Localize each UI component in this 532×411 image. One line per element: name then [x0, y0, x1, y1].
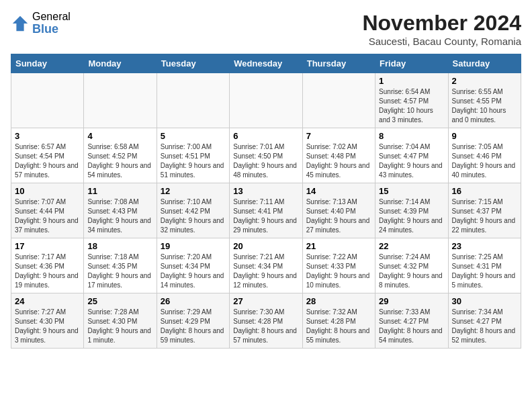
header-cell-saturday: Saturday [448, 54, 521, 73]
header-cell-monday: Monday [84, 54, 157, 73]
day-info: Sunrise: 7:04 AM Sunset: 4:47 PM Dayligh… [379, 142, 444, 180]
day-number: 17 [15, 241, 80, 251]
day-number: 10 [15, 186, 80, 196]
day-number: 27 [233, 296, 298, 306]
day-info: Sunrise: 7:02 AM Sunset: 4:48 PM Dayligh… [306, 142, 371, 180]
page-header: General Blue November 2024 Saucesti, Bac… [11, 11, 521, 47]
day-number: 4 [87, 131, 152, 141]
day-number: 25 [87, 296, 152, 306]
logo-general: General [32, 11, 71, 23]
header-cell-friday: Friday [375, 54, 448, 73]
day-number: 15 [379, 186, 444, 196]
day-cell: 18Sunrise: 7:18 AM Sunset: 4:35 PM Dayli… [84, 238, 157, 293]
day-cell: 26Sunrise: 7:29 AM Sunset: 4:29 PM Dayli… [157, 293, 229, 349]
day-cell: 22Sunrise: 7:24 AM Sunset: 4:32 PM Dayli… [375, 238, 448, 293]
day-info: Sunrise: 7:24 AM Sunset: 4:32 PM Dayligh… [379, 253, 444, 290]
day-number: 7 [306, 131, 371, 141]
day-cell: 17Sunrise: 7:17 AM Sunset: 4:36 PM Dayli… [11, 238, 84, 293]
day-info: Sunrise: 6:54 AM Sunset: 4:57 PM Dayligh… [379, 87, 444, 125]
calendar-table: SundayMondayTuesdayWednesdayThursdayFrid… [11, 54, 521, 349]
day-info: Sunrise: 7:34 AM Sunset: 4:27 PM Dayligh… [452, 308, 517, 345]
day-info: Sunrise: 7:18 AM Sunset: 4:35 PM Dayligh… [87, 253, 152, 290]
day-cell: 14Sunrise: 7:13 AM Sunset: 4:40 PM Dayli… [302, 183, 375, 238]
day-cell: 30Sunrise: 7:34 AM Sunset: 4:27 PM Dayli… [448, 293, 521, 349]
day-number: 13 [233, 186, 298, 196]
title-area: November 2024 Saucesti, Bacau County, Ro… [362, 11, 521, 47]
day-cell: 13Sunrise: 7:11 AM Sunset: 4:41 PM Dayli… [230, 183, 302, 238]
logo-text: General Blue [32, 11, 71, 36]
day-info: Sunrise: 6:55 AM Sunset: 4:55 PM Dayligh… [452, 87, 517, 125]
day-number: 6 [233, 131, 298, 141]
day-number: 8 [379, 131, 444, 141]
day-cell: 9Sunrise: 7:05 AM Sunset: 4:46 PM Daylig… [448, 128, 521, 183]
day-number: 20 [233, 241, 298, 251]
day-info: Sunrise: 7:17 AM Sunset: 4:36 PM Dayligh… [15, 253, 80, 290]
calendar-title: November 2024 [362, 11, 521, 36]
day-cell: 25Sunrise: 7:28 AM Sunset: 4:30 PM Dayli… [84, 293, 157, 349]
day-info: Sunrise: 7:00 AM Sunset: 4:51 PM Dayligh… [161, 142, 226, 180]
logo-blue: Blue [32, 23, 71, 36]
day-cell: 23Sunrise: 7:25 AM Sunset: 4:31 PM Dayli… [448, 238, 521, 293]
day-cell [11, 73, 84, 128]
day-cell: 7Sunrise: 7:02 AM Sunset: 4:48 PM Daylig… [302, 128, 375, 183]
day-info: Sunrise: 7:11 AM Sunset: 4:41 PM Dayligh… [233, 197, 298, 235]
day-number: 2 [452, 76, 517, 86]
day-info: Sunrise: 7:21 AM Sunset: 4:34 PM Dayligh… [233, 253, 298, 290]
day-cell: 8Sunrise: 7:04 AM Sunset: 4:47 PM Daylig… [375, 128, 448, 183]
day-cell: 10Sunrise: 7:07 AM Sunset: 4:44 PM Dayli… [11, 183, 84, 238]
day-cell: 24Sunrise: 7:27 AM Sunset: 4:30 PM Dayli… [11, 293, 84, 349]
day-cell: 1Sunrise: 6:54 AM Sunset: 4:57 PM Daylig… [375, 73, 448, 128]
day-cell: 6Sunrise: 7:01 AM Sunset: 4:50 PM Daylig… [230, 128, 302, 183]
header-cell-wednesday: Wednesday [230, 54, 302, 73]
day-cell: 29Sunrise: 7:33 AM Sunset: 4:27 PM Dayli… [375, 293, 448, 349]
day-info: Sunrise: 7:22 AM Sunset: 4:33 PM Dayligh… [306, 253, 371, 290]
day-info: Sunrise: 7:15 AM Sunset: 4:37 PM Dayligh… [452, 197, 517, 235]
calendar-body: 1Sunrise: 6:54 AM Sunset: 4:57 PM Daylig… [11, 73, 521, 349]
day-cell: 4Sunrise: 6:58 AM Sunset: 4:52 PM Daylig… [84, 128, 157, 183]
day-number: 5 [161, 131, 226, 141]
day-cell: 20Sunrise: 7:21 AM Sunset: 4:34 PM Dayli… [230, 238, 302, 293]
day-number: 26 [161, 296, 226, 306]
day-cell: 3Sunrise: 6:57 AM Sunset: 4:54 PM Daylig… [11, 128, 84, 183]
day-cell [302, 73, 375, 128]
day-info: Sunrise: 6:57 AM Sunset: 4:54 PM Dayligh… [15, 142, 80, 180]
day-number: 29 [379, 296, 444, 306]
calendar-header: SundayMondayTuesdayWednesdayThursdayFrid… [11, 54, 521, 73]
week-row-3: 10Sunrise: 7:07 AM Sunset: 4:44 PM Dayli… [11, 183, 521, 238]
day-info: Sunrise: 7:28 AM Sunset: 4:30 PM Dayligh… [87, 308, 152, 345]
header-cell-sunday: Sunday [11, 54, 84, 73]
header-cell-thursday: Thursday [302, 54, 375, 73]
day-number: 3 [15, 131, 80, 141]
day-cell: 21Sunrise: 7:22 AM Sunset: 4:33 PM Dayli… [302, 238, 375, 293]
day-number: 9 [452, 131, 517, 141]
day-cell: 19Sunrise: 7:20 AM Sunset: 4:34 PM Dayli… [157, 238, 229, 293]
svg-marker-0 [13, 15, 28, 30]
day-number: 19 [161, 241, 226, 251]
header-row: SundayMondayTuesdayWednesdayThursdayFrid… [11, 54, 521, 73]
logo-icon [11, 14, 30, 33]
day-info: Sunrise: 7:07 AM Sunset: 4:44 PM Dayligh… [15, 197, 80, 235]
day-info: Sunrise: 7:25 AM Sunset: 4:31 PM Dayligh… [452, 253, 517, 290]
day-number: 24 [15, 296, 80, 306]
day-number: 14 [306, 186, 371, 196]
day-number: 12 [161, 186, 226, 196]
day-cell: 5Sunrise: 7:00 AM Sunset: 4:51 PM Daylig… [157, 128, 229, 183]
header-cell-tuesday: Tuesday [157, 54, 229, 73]
day-info: Sunrise: 7:13 AM Sunset: 4:40 PM Dayligh… [306, 197, 371, 235]
day-info: Sunrise: 6:58 AM Sunset: 4:52 PM Dayligh… [87, 142, 152, 180]
week-row-2: 3Sunrise: 6:57 AM Sunset: 4:54 PM Daylig… [11, 128, 521, 183]
day-info: Sunrise: 7:10 AM Sunset: 4:42 PM Dayligh… [161, 197, 226, 235]
calendar-subtitle: Saucesti, Bacau County, Romania [362, 36, 521, 47]
day-info: Sunrise: 7:20 AM Sunset: 4:34 PM Dayligh… [161, 253, 226, 290]
day-info: Sunrise: 7:08 AM Sunset: 4:43 PM Dayligh… [87, 197, 152, 235]
day-number: 18 [87, 241, 152, 251]
day-number: 30 [452, 296, 517, 306]
day-number: 16 [452, 186, 517, 196]
day-cell: 11Sunrise: 7:08 AM Sunset: 4:43 PM Dayli… [84, 183, 157, 238]
day-cell [157, 73, 229, 128]
week-row-4: 17Sunrise: 7:17 AM Sunset: 4:36 PM Dayli… [11, 238, 521, 293]
day-info: Sunrise: 7:27 AM Sunset: 4:30 PM Dayligh… [15, 308, 80, 345]
day-cell: 16Sunrise: 7:15 AM Sunset: 4:37 PM Dayli… [448, 183, 521, 238]
day-cell: 28Sunrise: 7:32 AM Sunset: 4:28 PM Dayli… [302, 293, 375, 349]
logo: General Blue [11, 11, 71, 36]
